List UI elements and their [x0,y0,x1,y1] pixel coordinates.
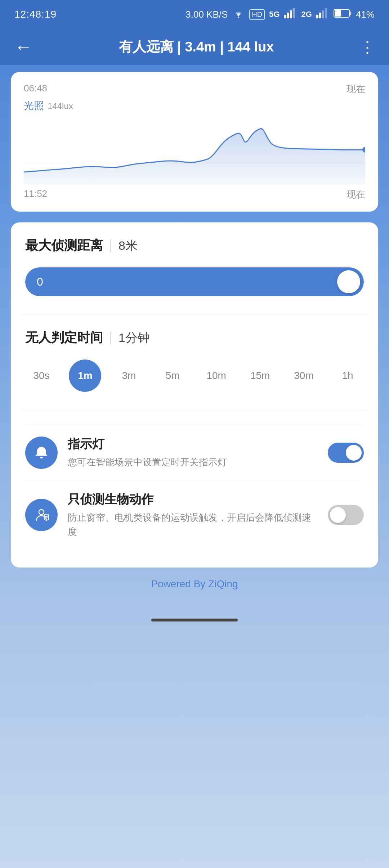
svg-rect-10 [349,12,351,15]
slider-thumb[interactable] [337,270,360,293]
feature-toggle-1[interactable] [328,505,364,525]
feature-row-1: 只侦测生物动作防止窗帘、电机类设备的运动误触发，开启后会降低侦测速度 [25,480,364,550]
time-option-10m[interactable]: 10m [200,360,233,392]
status-right: 3.00 KB/S HD 5G 2G [185,8,375,21]
page-title: 有人远离 | 3.4m | 144 lux [40,38,353,56]
no-person-time-value: 1分钟 [119,330,150,346]
signal-5g: 5G [269,10,280,19]
svg-point-15 [39,510,44,515]
no-person-time-header: 无人判定时间 1分钟 [25,329,364,347]
time-option-1m[interactable]: 1m [69,360,101,392]
status-bar: 12:48:19 3.00 KB/S HD 5G 2G [0,0,389,29]
more-button[interactable]: ⋮ [359,38,375,56]
time-options-row: 30s1m3m5m10m15m30m1h [25,360,364,392]
chart-card: 06:48 现在 光照 144lux [11,72,378,212]
home-indicator-area [0,611,389,632]
back-button[interactable]: ← [14,36,32,57]
section-divider-2 [110,331,111,344]
toggle-thumb-1 [330,507,346,523]
slider-current-value: 0 [37,275,43,289]
feature-icon-1 [25,499,58,531]
svg-rect-5 [316,15,318,18]
svg-rect-4 [293,8,295,18]
signal-bars [284,8,297,21]
feature-row-0: 指示灯您可在智能场景中设置定时开关指示灯 [25,425,364,480]
feature-name-1: 只侦测生物动作 [68,491,318,508]
feature-desc-0: 您可在智能场景中设置定时开关指示灯 [68,455,318,469]
settings-card: 最大侦测距离 8米 0 无人判定时间 1分钟 30s1m3m5m10m15m30… [11,222,378,568]
svg-rect-6 [319,13,321,18]
toggle-thumb-0 [346,445,362,461]
home-bar [151,619,238,621]
feature-text-0: 指示灯您可在智能场景中设置定时开关指示灯 [68,436,318,469]
divider-2 [22,410,367,410]
time-option-3m[interactable]: 3m [113,360,145,392]
feature-name-0: 指示灯 [68,436,318,452]
range-slider[interactable]: 0 [25,267,364,296]
time-option-15m[interactable]: 15m [244,360,276,392]
light-chart-svg [24,120,365,185]
footer-text: Powered By ZiQing [151,578,238,589]
wifi-icon [232,8,245,21]
signal-bars-2 [316,8,329,21]
detection-range-header: 最大侦测距离 8米 [25,237,364,254]
chart-label-value: 144lux [48,101,73,111]
chart-label-row: 光照 144lux [24,99,365,113]
light-chart [24,120,365,185]
svg-point-14 [40,447,43,449]
content-area: 06:48 现在 光照 144lux [0,65,389,611]
chart-label-name: 光照 [24,99,44,113]
time-option-5m[interactable]: 5m [156,360,189,392]
time-option-30m[interactable]: 30m [288,360,320,392]
no-person-time-label: 无人判定时间 [25,329,103,347]
section-divider-1 [110,239,111,252]
battery-icon [334,9,352,21]
svg-rect-1 [284,15,286,18]
footer: Powered By ZiQing [11,568,378,597]
time-option-1h[interactable]: 1h [331,360,364,392]
chart-bottom-time-row: 11:52 现在 [24,188,365,201]
battery-percent: 41% [356,9,375,20]
chart1-time-end: 现在 [346,83,365,95]
chart1-time-start: 06:48 [24,83,47,95]
chart2-time-end: 现在 [346,188,365,201]
signal-2g: 2G [301,10,312,19]
svg-rect-7 [322,10,324,18]
feature-desc-1: 防止窗帘、电机类设备的运动误触发，开启后会降低侦测速度 [68,511,318,539]
status-time: 12:48:19 [14,9,57,20]
features-container: 指示灯您可在智能场景中设置定时开关指示灯 只侦测生物动作防止窗帘、电机类设备的运… [25,425,364,550]
svg-rect-8 [325,8,327,18]
detection-range-label: 最大侦测距离 [25,237,103,254]
hd-badge: HD [249,9,265,20]
svg-rect-11 [335,10,341,17]
svg-rect-2 [287,13,289,18]
network-speed: 3.00 KB/S [185,9,228,20]
feature-icon-0 [25,437,58,469]
time-option-30s[interactable]: 30s [25,360,58,392]
chart2-time-start: 11:52 [24,188,47,201]
chart-top-time-row: 06:48 现在 [24,83,365,95]
top-nav: ← 有人远离 | 3.4m | 144 lux ⋮ [0,29,389,65]
detection-range-value: 8米 [119,238,138,254]
divider-1 [22,314,367,315]
feature-text-1: 只侦测生物动作防止窗帘、电机类设备的运动误触发，开启后会降低侦测速度 [68,491,318,539]
svg-rect-3 [290,10,292,18]
svg-point-0 [238,17,239,18]
feature-toggle-0[interactable] [328,443,364,463]
